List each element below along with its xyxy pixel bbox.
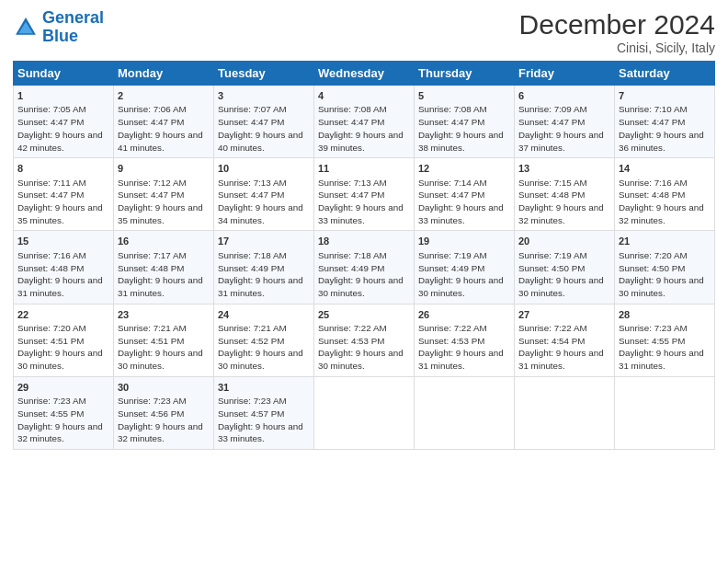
- calendar-cell: 2Sunrise: 7:06 AMSunset: 4:47 PMDaylight…: [114, 86, 214, 158]
- day-number: 15: [17, 235, 109, 248]
- sunrise-text: Sunrise: 7:19 AM: [518, 250, 587, 260]
- daylight-text: Daylight: 9 hours and 30 minutes.: [17, 348, 103, 371]
- sunrise-text: Sunrise: 7:06 AM: [118, 104, 187, 114]
- calendar-cell: 28Sunrise: 7:23 AMSunset: 4:55 PMDayligh…: [615, 304, 715, 376]
- calendar-cell: 5Sunrise: 7:08 AMSunset: 4:47 PMDaylight…: [415, 86, 515, 158]
- day-number: 17: [218, 235, 310, 248]
- sunset-text: Sunset: 4:56 PM: [118, 408, 184, 419]
- day-number: 2: [118, 89, 210, 103]
- day-number: 28: [619, 308, 711, 322]
- day-number: 27: [518, 308, 610, 322]
- sunrise-text: Sunrise: 7:12 AM: [118, 178, 187, 188]
- calendar-week-row: 1Sunrise: 7:05 AMSunset: 4:47 PMDaylight…: [14, 86, 715, 158]
- daylight-text: Daylight: 9 hours and 30 minutes.: [619, 275, 704, 298]
- daylight-text: Daylight: 9 hours and 30 minutes.: [218, 348, 303, 371]
- sunset-text: Sunset: 4:54 PM: [518, 336, 585, 346]
- logo-text: General Blue: [42, 9, 104, 46]
- calendar-cell: 23Sunrise: 7:21 AMSunset: 4:51 PMDayligh…: [114, 304, 214, 376]
- sunrise-text: Sunrise: 7:22 AM: [518, 323, 587, 333]
- calendar-cell: [515, 376, 615, 449]
- header-wednesday: Wednesday: [314, 62, 415, 86]
- sunrise-text: Sunrise: 7:13 AM: [318, 178, 387, 188]
- day-number: 22: [17, 308, 109, 322]
- calendar-cell: 7Sunrise: 7:10 AMSunset: 4:47 PMDaylight…: [615, 86, 715, 158]
- day-number: 31: [218, 381, 310, 395]
- sunrise-text: Sunrise: 7:23 AM: [17, 396, 86, 406]
- sunrise-text: Sunrise: 7:15 AM: [518, 178, 587, 188]
- calendar-cell: 14Sunrise: 7:16 AMSunset: 4:48 PMDayligh…: [615, 158, 715, 231]
- daylight-text: Daylight: 9 hours and 30 minutes.: [318, 348, 404, 371]
- day-number: 3: [218, 89, 310, 103]
- sunset-text: Sunset: 4:49 PM: [318, 263, 384, 273]
- sunset-text: Sunset: 4:47 PM: [17, 117, 84, 127]
- sunrise-text: Sunrise: 7:10 AM: [619, 104, 688, 114]
- page-container: General Blue December 2024 Cinisi, Sicil…: [0, 0, 728, 459]
- daylight-text: Daylight: 9 hours and 31 minutes.: [518, 348, 604, 371]
- day-number: 25: [318, 308, 410, 322]
- daylight-text: Daylight: 9 hours and 39 minutes.: [318, 130, 404, 153]
- calendar-cell: 24Sunrise: 7:21 AMSunset: 4:52 PMDayligh…: [214, 304, 314, 376]
- sunset-text: Sunset: 4:55 PM: [17, 408, 84, 419]
- calendar-table: SundayMondayTuesdayWednesdayThursdayFrid…: [13, 61, 715, 450]
- calendar-cell: 19Sunrise: 7:19 AMSunset: 4:49 PMDayligh…: [415, 231, 515, 304]
- daylight-text: Daylight: 9 hours and 38 minutes.: [418, 130, 504, 153]
- calendar-cell: 1Sunrise: 7:05 AMSunset: 4:47 PMDaylight…: [14, 86, 114, 158]
- sunrise-text: Sunrise: 7:23 AM: [118, 396, 187, 406]
- calendar-cell: 12Sunrise: 7:14 AMSunset: 4:47 PMDayligh…: [415, 158, 515, 231]
- calendar-cell: [415, 376, 515, 449]
- daylight-text: Daylight: 9 hours and 30 minutes.: [118, 348, 203, 371]
- calendar-cell: 6Sunrise: 7:09 AMSunset: 4:47 PMDaylight…: [515, 86, 615, 158]
- daylight-text: Daylight: 9 hours and 30 minutes.: [518, 275, 604, 298]
- day-number: 29: [17, 381, 109, 395]
- sunrise-text: Sunrise: 7:22 AM: [318, 323, 387, 333]
- day-number: 6: [518, 89, 610, 103]
- day-number: 20: [518, 235, 610, 248]
- sunrise-text: Sunrise: 7:08 AM: [318, 104, 387, 114]
- sunset-text: Sunset: 4:48 PM: [17, 263, 84, 273]
- sunset-text: Sunset: 4:53 PM: [318, 336, 384, 346]
- sunrise-text: Sunrise: 7:18 AM: [218, 250, 287, 260]
- daylight-text: Daylight: 9 hours and 31 minutes.: [118, 275, 203, 298]
- calendar-cell: 21Sunrise: 7:20 AMSunset: 4:50 PMDayligh…: [615, 231, 715, 304]
- sunset-text: Sunset: 4:57 PM: [218, 408, 284, 419]
- sunset-text: Sunset: 4:49 PM: [218, 263, 284, 273]
- sunset-text: Sunset: 4:47 PM: [518, 117, 585, 127]
- sunrise-text: Sunrise: 7:05 AM: [17, 104, 86, 114]
- sunset-text: Sunset: 4:51 PM: [17, 336, 84, 346]
- sunrise-text: Sunrise: 7:19 AM: [418, 250, 487, 260]
- calendar-cell: 27Sunrise: 7:22 AMSunset: 4:54 PMDayligh…: [515, 304, 615, 376]
- daylight-text: Daylight: 9 hours and 33 minutes.: [318, 202, 404, 225]
- sunset-text: Sunset: 4:47 PM: [418, 190, 484, 200]
- main-title: December 2024: [519, 9, 715, 40]
- header-saturday: Saturday: [615, 62, 715, 86]
- sunrise-text: Sunrise: 7:20 AM: [17, 323, 86, 333]
- sunrise-text: Sunrise: 7:11 AM: [17, 178, 86, 188]
- calendar-cell: 30Sunrise: 7:23 AMSunset: 4:56 PMDayligh…: [114, 376, 214, 449]
- calendar-cell: [314, 376, 415, 449]
- sunset-text: Sunset: 4:52 PM: [218, 336, 284, 346]
- daylight-text: Daylight: 9 hours and 35 minutes.: [17, 202, 103, 225]
- sunset-text: Sunset: 4:47 PM: [218, 117, 284, 127]
- header-monday: Monday: [114, 62, 214, 86]
- daylight-text: Daylight: 9 hours and 35 minutes.: [118, 202, 203, 225]
- header-sunday: Sunday: [14, 62, 114, 86]
- calendar-header-row: SundayMondayTuesdayWednesdayThursdayFrid…: [14, 62, 715, 86]
- calendar-cell: 3Sunrise: 7:07 AMSunset: 4:47 PMDaylight…: [214, 86, 314, 158]
- calendar-cell: 20Sunrise: 7:19 AMSunset: 4:50 PMDayligh…: [515, 231, 615, 304]
- sunrise-text: Sunrise: 7:07 AM: [218, 104, 287, 114]
- daylight-text: Daylight: 9 hours and 33 minutes.: [418, 202, 504, 225]
- sunrise-text: Sunrise: 7:21 AM: [118, 323, 187, 333]
- sunrise-text: Sunrise: 7:13 AM: [218, 178, 287, 188]
- day-number: 12: [418, 162, 510, 176]
- sunset-text: Sunset: 4:47 PM: [418, 117, 484, 127]
- daylight-text: Daylight: 9 hours and 32 minutes.: [17, 421, 103, 444]
- sunrise-text: Sunrise: 7:16 AM: [17, 250, 86, 260]
- calendar-cell: 10Sunrise: 7:13 AMSunset: 4:47 PMDayligh…: [214, 158, 314, 231]
- day-number: 14: [619, 162, 711, 176]
- sunset-text: Sunset: 4:47 PM: [218, 190, 284, 200]
- sunset-text: Sunset: 4:47 PM: [118, 117, 184, 127]
- header-thursday: Thursday: [415, 62, 515, 86]
- daylight-text: Daylight: 9 hours and 32 minutes.: [619, 202, 704, 225]
- day-number: 30: [118, 381, 210, 395]
- daylight-text: Daylight: 9 hours and 32 minutes.: [118, 421, 203, 444]
